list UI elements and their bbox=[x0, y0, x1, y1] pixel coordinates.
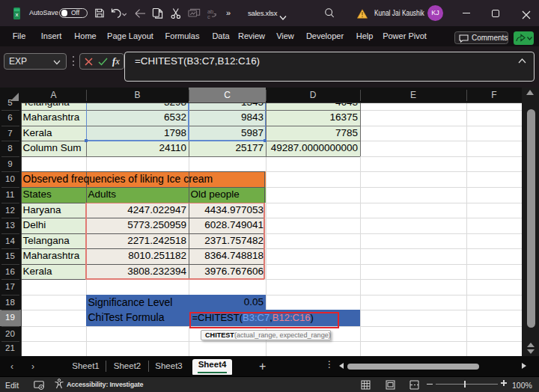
svg-text:x: x bbox=[15, 11, 18, 18]
svg-text:c: c bbox=[207, 13, 210, 19]
